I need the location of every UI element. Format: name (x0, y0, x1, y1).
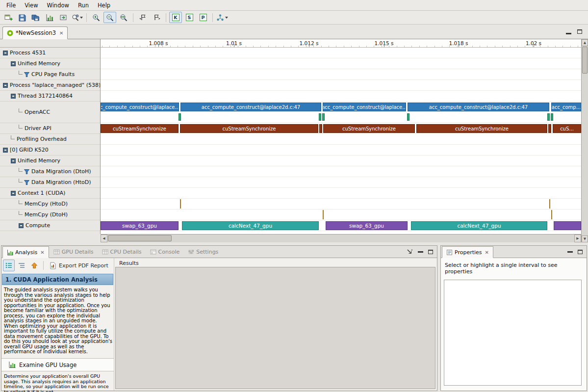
compute-kernel-interval[interactable] (554, 221, 581, 230)
tree-row-memcpy-dtoh[interactable]: MemCpy (DtoH) (0, 209, 100, 220)
horizontal-scroll-thumb[interactable] (108, 235, 172, 241)
tab-properties[interactable]: Properties (442, 246, 493, 258)
zoom-fit-button[interactable] (117, 12, 130, 23)
scroll-left-arrow[interactable] (101, 235, 107, 242)
vertical-scroll-thumb[interactable] (582, 47, 588, 74)
driver-api-interval[interactable]: cuStreamSynchronize (180, 124, 318, 133)
tree-row-memcpy-htod[interactable]: MemCpy (HtoD) (0, 199, 100, 209)
openacc-interval[interactable]: acc_compute_construct@laplace2d.c:47 (408, 103, 549, 111)
examine-gpu-usage-button[interactable]: Examine GPU Usage (1, 358, 114, 371)
analysis-scope-button[interactable] (216, 12, 229, 23)
openacc-marker[interactable] (319, 113, 321, 121)
tree-row-cpu-page-faults[interactable]: CPU Page Faults (0, 69, 100, 80)
save-button[interactable] (16, 12, 28, 23)
menu-run[interactable]: Run (74, 0, 93, 10)
scroll-up-arrow[interactable] (582, 39, 588, 46)
tree-row-driver-api[interactable]: Driver API (0, 123, 100, 134)
menu-view[interactable]: View (20, 0, 42, 10)
openacc-marker[interactable] (551, 113, 553, 121)
new-session-button[interactable] (2, 12, 15, 23)
collapse-icon[interactable] (11, 94, 16, 99)
tab-cpu-details[interactable]: CPU Details (98, 246, 146, 258)
zoom-out-button[interactable] (103, 12, 116, 23)
back-up-button[interactable] (28, 260, 40, 271)
process-toggle-button[interactable]: P (197, 12, 209, 23)
driver-api-interval[interactable] (548, 124, 551, 133)
openacc-marker[interactable] (547, 113, 550, 121)
memcpy-interval[interactable] (551, 210, 552, 219)
profile-settings-button[interactable] (71, 12, 83, 23)
tab-settings[interactable]: Settings (184, 246, 222, 258)
driver-api-interval[interactable] (319, 124, 322, 133)
collapse-icon[interactable] (11, 61, 16, 66)
kernel-toggle-button[interactable]: K (169, 12, 182, 23)
openacc-interval[interactable]: acc_comp... (551, 103, 581, 111)
tree-row-process-laplace[interactable]: Process "laplace_managed" (538) (0, 80, 100, 91)
tree-row-unified-memory-gpu[interactable]: Unified Memory (0, 156, 100, 166)
compute-kernel-interval[interactable]: calcNext_47_gpu (182, 221, 319, 230)
memcpy-interval[interactable] (180, 199, 181, 209)
filter-funnel-icon[interactable] (24, 180, 29, 185)
collapse-icon[interactable] (3, 83, 8, 88)
collapse-icon[interactable] (11, 158, 16, 163)
export-pdf-button[interactable]: Export PDF Report (47, 261, 111, 271)
memcpy-interval[interactable] (323, 210, 324, 219)
compute-kernel-interval[interactable]: swap_63_gpu (326, 221, 408, 230)
tree-row-data-migration-htod[interactable]: Data Migration (HtoD) (0, 177, 100, 188)
collapse-icon[interactable] (3, 51, 8, 55)
openacc-marker[interactable] (179, 113, 181, 121)
driver-api-interval[interactable]: cuS... (553, 124, 581, 133)
tree-row-data-migration-dtoh[interactable]: Data Migration (DtoH) (0, 166, 100, 177)
openacc-interval[interactable]: c_compute_construct@laplace... (101, 103, 179, 111)
unguided-analysis-button[interactable] (16, 260, 27, 271)
scroll-down-arrow[interactable] (582, 235, 588, 242)
session-tab[interactable]: *NewSession3 (2, 26, 68, 39)
minimize-icon[interactable] (566, 33, 571, 34)
tab-console[interactable]: Console (146, 246, 184, 258)
minimize-icon[interactable] (418, 251, 423, 253)
menu-file[interactable]: File (2, 0, 20, 10)
close-icon[interactable] (59, 30, 63, 36)
close-icon[interactable] (40, 250, 44, 255)
collapse-icon[interactable] (3, 148, 8, 153)
tree-row-context-1-cuda[interactable]: Context 1 (CUDA) (0, 188, 100, 199)
tab-gpu-details[interactable]: GPU Details (50, 246, 98, 258)
prev-marker-button[interactable] (136, 12, 149, 23)
menu-window[interactable]: Window (43, 0, 74, 10)
tree-row-profiling-overhead[interactable]: Profiling Overhead (0, 134, 100, 145)
tree-row-thread[interactable]: Thread 3172140864 (0, 91, 100, 102)
maximize-icon[interactable] (428, 250, 433, 254)
openacc-interval[interactable]: acc_compute_construct@laplace2d.c:47 (180, 103, 321, 111)
next-marker-button[interactable] (150, 12, 163, 23)
compute-kernel-interval[interactable]: calcNext_47_gpu (411, 221, 547, 230)
tree-row-process-4531[interactable]: Process 4531 (0, 48, 100, 58)
filter-funnel-icon[interactable] (24, 169, 29, 174)
driver-api-interval[interactable]: cuStreamSynchronize (101, 124, 179, 133)
export-button[interactable] (57, 12, 70, 23)
memcpy-interval[interactable] (549, 199, 550, 209)
tree-row-openacc[interactable]: OpenACC (0, 102, 100, 123)
horizontal-scrollbar[interactable] (101, 234, 581, 242)
tree-row-compute[interactable]: Compute (0, 220, 100, 231)
timeline-chart-button[interactable] (43, 12, 56, 23)
maximize-icon[interactable] (578, 250, 583, 254)
collapse-icon[interactable] (11, 191, 16, 196)
driver-api-interval[interactable]: cuStreamSynchronize (323, 124, 415, 133)
openacc-marker[interactable] (322, 113, 325, 121)
tree-row-grid-k520[interactable]: [0] GRID K520 (0, 145, 100, 156)
stream-toggle-button[interactable]: S (183, 12, 196, 23)
scroll-right-arrow[interactable] (574, 235, 581, 242)
detach-view-icon[interactable] (406, 249, 413, 255)
openacc-interval[interactable]: acc_compute_construct@laplace... (323, 103, 406, 111)
driver-api-interval[interactable]: cuStreamSynchronize (416, 124, 547, 133)
compute-kernel-interval[interactable]: swap_63_gpu (101, 221, 179, 230)
close-icon[interactable] (485, 250, 489, 255)
save-all-button[interactable] (29, 12, 42, 23)
minimize-icon[interactable] (567, 251, 573, 253)
zoom-in-button[interactable] (90, 12, 102, 23)
menu-help[interactable]: Help (93, 0, 115, 10)
collapse-icon[interactable] (19, 223, 24, 228)
guided-analysis-button[interactable] (3, 260, 15, 271)
filter-funnel-icon[interactable] (24, 72, 29, 77)
tab-analysis[interactable]: Analysis (2, 246, 49, 258)
